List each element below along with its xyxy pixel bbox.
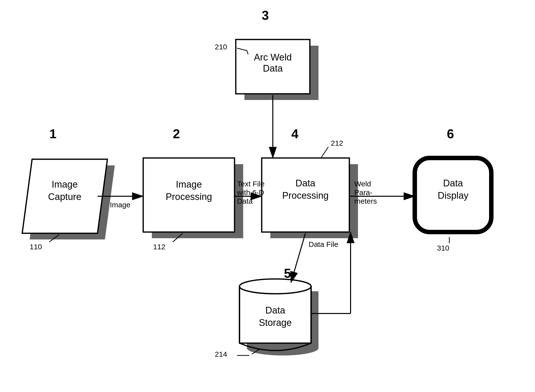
edge-datafile-label1: Data File — [309, 240, 338, 248]
node6-number: 6 — [447, 127, 454, 141]
node5-ref: 214 — [215, 350, 227, 358]
edge-textfile-label1: Text File — [237, 180, 265, 188]
node3-label-line1: Arc Weld — [254, 52, 292, 62]
node5-label-line2: Storage — [259, 317, 292, 328]
svg-point-17 — [239, 279, 311, 294]
edge-weld-label1: Weld — [354, 180, 371, 188]
node5-number: 5 — [284, 266, 291, 280]
node1-label-line1: Image — [52, 179, 78, 190]
node2-number: 2 — [173, 127, 180, 141]
svg-line-25 — [291, 233, 305, 281]
edge-textfile-label2: with 6-D — [237, 188, 264, 196]
edge-image-label: Image — [110, 201, 130, 209]
node1-label-line2: Capture — [48, 192, 81, 202]
svg-line-13 — [321, 147, 328, 158]
diagram-container: 1 Image Capture 110 2 Image Processing 1… — [0, 0, 535, 392]
edge-textfile-label3: Data — [237, 197, 253, 205]
node4-label-line1: Data — [296, 178, 316, 188]
node2-label-line2: Processing — [166, 192, 212, 202]
node1-number: 1 — [49, 127, 57, 141]
node6-label-line2: Display — [438, 190, 469, 201]
node4-number: 4 — [291, 127, 298, 141]
node3-number: 3 — [262, 8, 269, 22]
node2-ref: 112 — [153, 243, 165, 251]
node2-label-line1: Image — [176, 179, 202, 190]
node1-ref: 110 — [30, 243, 42, 251]
node3-ref: 210 — [215, 43, 227, 51]
node5-label-line1: Data — [265, 305, 285, 315]
edge-weld-label3: meters — [354, 197, 377, 205]
node3-label-line2: Data — [263, 63, 283, 74]
node4-ref: 212 — [331, 139, 343, 147]
edge-weld-label2: Para- — [354, 188, 372, 196]
node4-label-line2: Processing — [282, 190, 329, 201]
node6-ref: 310 — [437, 244, 449, 252]
node6-label-line1: Data — [443, 178, 463, 188]
